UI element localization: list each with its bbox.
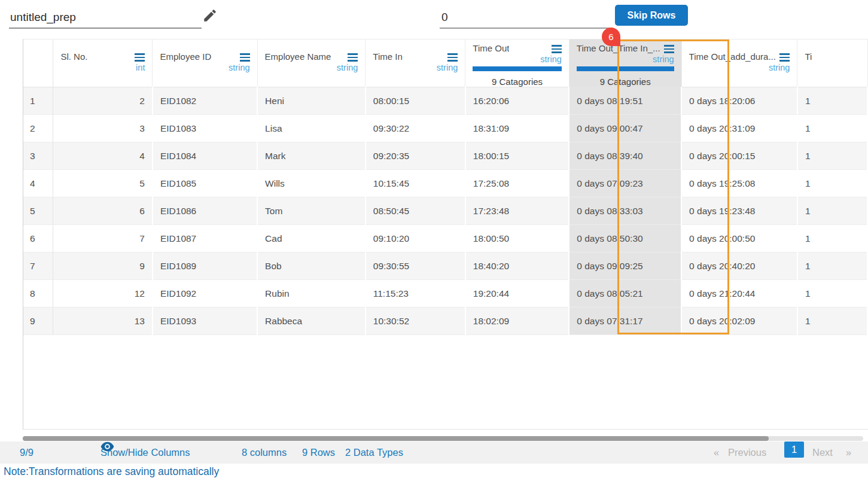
- cell: 18:00:50: [465, 225, 569, 252]
- cell: EID1086: [153, 197, 257, 225]
- pagination-next-button[interactable]: Next: [812, 442, 833, 464]
- cell: 0 days 08:05:21: [569, 280, 681, 308]
- status-bar: 9/9 Show/Hide Columns 8 columns 9 Rows 2…: [0, 442, 868, 464]
- row-number: 8: [23, 280, 53, 308]
- prep-name-input[interactable]: [9, 7, 202, 29]
- cell: 18:40:20: [465, 252, 569, 280]
- cell: 4: [53, 142, 153, 170]
- column-title: Employee Name: [265, 51, 331, 62]
- column-menu-icon[interactable]: [664, 45, 674, 53]
- pagination-current-page[interactable]: 1: [784, 442, 804, 458]
- skip-rows-button[interactable]: Skip Rows: [615, 5, 688, 26]
- data-grid: Sl. No.intEmployee IDstringEmployee Name…: [23, 39, 868, 430]
- column-type-label: string: [689, 63, 790, 72]
- cell: 09:20:35: [366, 142, 465, 170]
- row-number: 7: [23, 252, 53, 280]
- transformation-count-badge[interactable]: 6: [602, 28, 620, 46]
- cell: EID1087: [153, 225, 257, 252]
- cell: 3: [53, 115, 153, 142]
- pagination-last-icon[interactable]: »: [846, 442, 851, 464]
- column-menu-icon[interactable]: [779, 53, 790, 62]
- cell: EID1093: [153, 308, 257, 335]
- column-title: Ti: [805, 51, 812, 62]
- column-header-time-out[interactable]: Time Outstring9 Catagories: [465, 39, 569, 87]
- autosave-note: Note:Transformations are saving automati…: [4, 465, 219, 478]
- cell: EID1084: [153, 142, 257, 170]
- cell: 0 days 08:19:51: [569, 87, 681, 115]
- cell: 7: [53, 225, 153, 252]
- cell: 08:00:15: [366, 87, 465, 115]
- cell: 0 days 20:00:15: [681, 142, 797, 170]
- cell: 08:50:45: [366, 197, 465, 225]
- skip-rows-input[interactable]: [440, 7, 610, 29]
- cell: 0 days 09:09:25: [569, 252, 681, 280]
- rows-count: 9 Rows: [302, 442, 335, 464]
- row-number: 4: [23, 170, 53, 197]
- cell: EID1089: [153, 252, 257, 280]
- table-row: 79EID1089Bob09:30:5518:40:200 days 09:09…: [23, 252, 867, 280]
- column-menu-icon[interactable]: [240, 53, 250, 62]
- cell: 11:15:23: [366, 280, 465, 308]
- cell: EID1092: [153, 280, 257, 308]
- column-menu-icon[interactable]: [552, 45, 562, 53]
- row-number: 3: [23, 142, 53, 170]
- column-menu-icon[interactable]: [447, 53, 458, 62]
- cell: 0 days 19:23:48: [681, 197, 797, 225]
- table-row: 67EID1087Cad09:10:2018:00:500 days 08:50…: [23, 225, 867, 252]
- horizontal-scrollbar-thumb[interactable]: [23, 436, 769, 441]
- category-bar: [473, 66, 562, 71]
- cell: 0 days 09:00:47: [569, 115, 681, 142]
- column-header-employee-id[interactable]: Employee IDstring: [153, 39, 257, 87]
- cell: Lisa: [257, 115, 366, 142]
- column-header-employee-name[interactable]: Employee Namestring: [257, 39, 366, 87]
- table-row: 34EID1084Mark09:20:3518:00:150 days 08:3…: [23, 142, 867, 170]
- cell: 09:30:22: [366, 115, 465, 142]
- column-type-label: string: [577, 54, 674, 64]
- table-row: 56EID1086Tom08:50:4517:23:480 days 08:33…: [23, 197, 867, 225]
- cell: 0 days 07:31:17: [569, 308, 681, 335]
- cell: Cad: [257, 225, 366, 252]
- column-header-time-in[interactable]: Time Instring: [366, 39, 465, 87]
- top-toolbar: Skip Rows: [0, 0, 868, 38]
- cell: 1: [797, 280, 867, 308]
- data-table: Sl. No.intEmployee IDstringEmployee Name…: [23, 39, 868, 335]
- column-menu-icon[interactable]: [348, 53, 358, 62]
- column-type-label: string: [473, 54, 562, 64]
- column-header-ti[interactable]: Ti: [797, 39, 867, 87]
- table-row: 812EID1092Rubin11:15:2319:20:440 days 08…: [23, 280, 867, 308]
- table-row: 23EID1083Lisa09:30:2218:31:090 days 09:0…: [23, 115, 867, 142]
- cell: 0 days 20:31:09: [681, 115, 797, 142]
- cell: 18:00:15: [465, 142, 569, 170]
- row-number: 1: [23, 87, 53, 115]
- column-header-time-out-time-in[interactable]: Time Out_Time In_...string9 Catagories: [569, 39, 681, 87]
- column-title: Sl. No.: [60, 51, 87, 62]
- column-type-label: string: [373, 63, 458, 72]
- cell: 17:25:08: [465, 170, 569, 197]
- pencil-icon: [202, 16, 218, 25]
- column-title: Time In: [373, 51, 402, 62]
- edit-prep-name-button[interactable]: [201, 7, 219, 25]
- column-title: Employee ID: [160, 51, 211, 62]
- row-number: 5: [23, 197, 53, 225]
- cell: 1: [797, 308, 867, 335]
- cell: 0 days 08:50:30: [569, 225, 681, 252]
- cell: 0 days 07:09:23: [569, 170, 681, 197]
- cell: Mark: [257, 142, 366, 170]
- datatypes-count: 2 Data Types: [345, 442, 403, 464]
- pagination-first-icon[interactable]: «: [714, 442, 719, 464]
- cell: 0 days 18:20:06: [681, 87, 797, 115]
- column-menu-icon[interactable]: [135, 53, 145, 62]
- cell: 13: [53, 308, 153, 335]
- column-header-sl-no[interactable]: Sl. No.int: [53, 39, 153, 87]
- pagination-previous-button[interactable]: Previous: [728, 442, 766, 464]
- cell: 0 days 08:39:40: [569, 142, 681, 170]
- cell: 09:10:20: [366, 225, 465, 252]
- horizontal-scrollbar-track[interactable]: [23, 436, 863, 441]
- show-hide-columns-button[interactable]: Show/Hide Columns: [100, 442, 190, 464]
- cell: EID1085: [153, 170, 257, 197]
- row-number: 6: [23, 225, 53, 252]
- column-type-label: string: [160, 63, 249, 72]
- cell: 1: [797, 225, 867, 252]
- row-number: 2: [23, 115, 53, 142]
- column-header-time-out-add-dura[interactable]: Time Out_add_dura...string: [681, 39, 797, 87]
